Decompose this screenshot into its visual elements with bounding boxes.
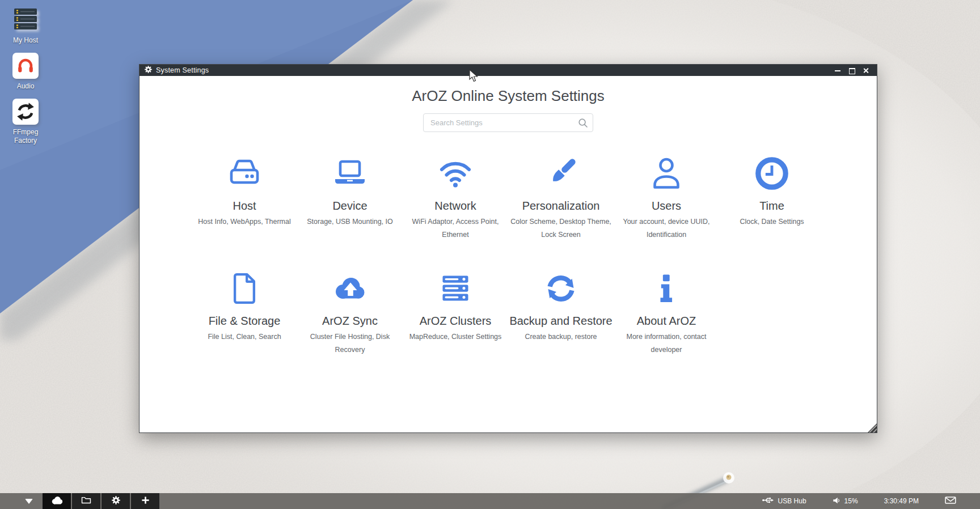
window-titlebar[interactable]: System Settings (140, 65, 877, 76)
tile-subtitle: Clock, Date Settings (719, 215, 825, 228)
tile-subtitle: Cluster File Hosting, Disk Recovery (297, 330, 403, 357)
desktop-icon-label: FFmpeg Factory (6, 128, 45, 145)
server-icon (12, 7, 39, 33)
search-input[interactable] (423, 113, 593, 132)
settings-tile-backup-and-restore[interactable]: Backup and RestoreCreate backup, restore (508, 266, 614, 357)
tile-subtitle: File List, Clean, Search (192, 330, 297, 343)
volume-level: 15% (844, 497, 858, 505)
host-drive-icon (192, 151, 297, 196)
headphones-icon (12, 53, 39, 79)
cloud-upload-icon (297, 266, 403, 311)
taskbar-cloud-button[interactable] (43, 493, 71, 509)
settings-tile-host[interactable]: HostHost Info, WebApps, Thermal (192, 151, 297, 241)
settings-tile-aroz-sync[interactable]: ArOZ SyncCluster File Hosting, Disk Reco… (297, 266, 403, 357)
paintbrush-icon (508, 151, 614, 196)
settings-tile-aroz-clusters[interactable]: ArOZ ClustersMapReduce, Cluster Settings (403, 266, 508, 357)
speaker-icon (833, 497, 840, 506)
tile-title: ArOZ Sync (297, 314, 403, 328)
desktop-icon-my-host[interactable]: My Host (6, 7, 45, 45)
window-title: System Settings (156, 66, 209, 74)
system-settings-window: System Settings ArOZ Online System Setti… (139, 64, 877, 433)
settings-grid-row-1: HostHost Info, WebApps, Thermal DeviceSt… (192, 151, 825, 241)
usb-status[interactable]: USB Hub (762, 496, 806, 506)
user-icon (614, 151, 719, 196)
search-box (423, 113, 593, 132)
tile-title: Personalization (508, 199, 614, 213)
gear-icon (145, 65, 152, 75)
settings-tile-device[interactable]: DeviceStorage, USB Mounting, IO (297, 151, 403, 241)
mail-button[interactable] (945, 496, 956, 506)
tile-subtitle: MapReduce, Cluster Settings (403, 330, 508, 343)
tile-title: Users (614, 199, 719, 213)
desktop-icon-ffmpeg-factory[interactable]: FFmpeg Factory (6, 99, 45, 145)
gear-icon (112, 496, 120, 507)
tile-subtitle: Color Scheme, Desktop Theme, Lock Screen (508, 215, 614, 241)
envelope-icon (945, 496, 956, 506)
clock-icon (719, 151, 825, 196)
info-icon (614, 266, 719, 311)
tile-subtitle: Your account, device UUID, Identificatio… (614, 215, 719, 241)
settings-tile-network[interactable]: NetworkWiFi Adaptor, Access Point, Ether… (403, 151, 508, 241)
tile-title: Backup and Restore (508, 314, 614, 328)
cloud-icon (50, 495, 64, 507)
tile-title: About ArOZ (614, 314, 719, 328)
desktop-icon-audio[interactable]: Audio (6, 53, 45, 91)
taskbar-settings-button[interactable] (102, 493, 130, 509)
server-stack-icon (403, 266, 508, 311)
volume-status[interactable]: 15% (833, 497, 858, 506)
maximize-button[interactable] (848, 67, 855, 74)
taskbar-add-button[interactable] (131, 493, 159, 509)
tile-subtitle: Host Info, WebApps, Thermal (192, 215, 297, 228)
sync-icon (508, 266, 614, 311)
settings-tile-personalization[interactable]: PersonalizationColor Scheme, Desktop The… (508, 151, 614, 241)
taskbar-clock[interactable]: 3:30:49 PM (884, 497, 919, 505)
desktop-icon-label: My Host (6, 36, 45, 45)
search-icon (578, 118, 588, 128)
tile-subtitle: WiFi Adaptor, Access Point, Ethernet (403, 215, 508, 241)
tile-subtitle: More information, contact developer (614, 330, 719, 357)
settings-tile-file-storage[interactable]: File & StorageFile List, Clean, Search (192, 266, 297, 357)
settings-tile-users[interactable]: UsersYour account, device UUID, Identifi… (614, 151, 719, 241)
settings-tile-time[interactable]: TimeClock, Date Settings (719, 151, 825, 241)
tile-subtitle: Storage, USB Mounting, IO (297, 215, 403, 228)
taskbar: USB Hub 15% 3:30:49 PM (0, 493, 980, 509)
recycle-icon (12, 99, 39, 125)
wifi-icon (403, 151, 508, 196)
usb-icon (762, 496, 774, 506)
tile-title: Device (297, 199, 403, 213)
settings-tile-about-aroz[interactable]: About ArOZMore information, contact deve… (614, 266, 719, 357)
settings-grid-row-2: File & StorageFile List, Clean, Search A… (192, 266, 825, 357)
taskbar-buttons (43, 493, 159, 509)
taskbar-status-area: USB Hub 15% 3:30:49 PM (762, 496, 980, 506)
tile-title: Network (403, 199, 508, 213)
desktop: My Host Audio FFmpeg Factory System Sett… (0, 0, 980, 509)
tile-title: ArOZ Clusters (403, 314, 508, 328)
window-content: ArOZ Online System Settings HostHost Inf… (140, 76, 877, 432)
desktop-icon-label: Audio (6, 82, 45, 91)
desktop-icon-list: My Host Audio FFmpeg Factory (6, 7, 45, 153)
plus-icon (141, 496, 150, 507)
usb-label: USB Hub (778, 497, 806, 505)
minimize-button[interactable] (834, 67, 841, 74)
tile-title: Time (719, 199, 825, 213)
taskbar-files-button[interactable] (72, 493, 100, 509)
page-title: ArOZ Online System Settings (140, 87, 877, 105)
tile-title: Host (192, 199, 297, 213)
tile-title: File & Storage (192, 314, 297, 328)
laptop-icon (297, 151, 403, 196)
file-icon (192, 266, 297, 311)
folder-icon (81, 496, 91, 506)
chevron-down-icon[interactable] (25, 499, 33, 504)
tile-subtitle: Create backup, restore (508, 330, 614, 343)
close-button[interactable] (863, 67, 869, 74)
